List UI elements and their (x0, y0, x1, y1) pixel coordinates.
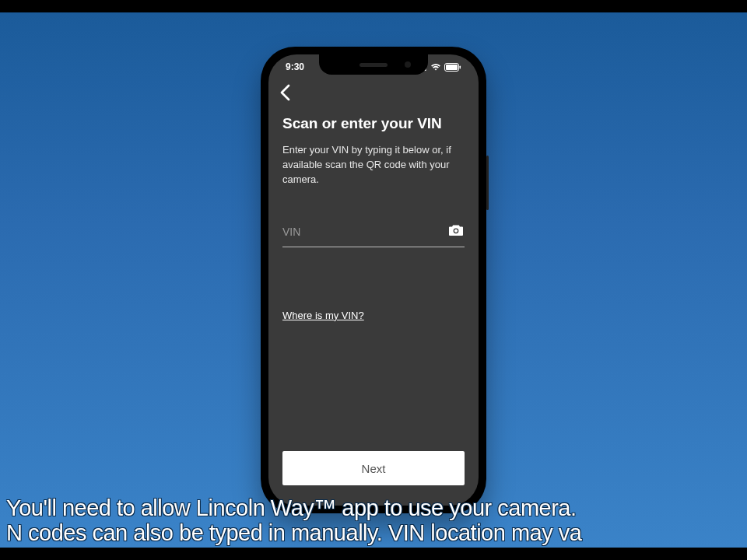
content-area: Scan or enter your VIN Enter your VIN by… (282, 115, 465, 492)
back-button[interactable] (279, 84, 292, 104)
status-time: 9:30 (286, 61, 304, 72)
wifi-icon (430, 63, 441, 71)
vin-field (282, 223, 465, 247)
next-button[interactable]: Next (282, 451, 465, 485)
scan-camera-button[interactable] (447, 223, 465, 240)
svg-point-8 (454, 229, 458, 232)
caption-line-1: You'll need to allow Lincoln Way™ app to… (6, 496, 747, 521)
caption-line-2: N codes can also be typed in manually. V… (6, 521, 747, 546)
where-is-vin-link[interactable]: Where is my VIN? (282, 310, 364, 321)
page-description: Enter your VIN by typing it below or, if… (282, 143, 465, 187)
video-caption: You'll need to allow Lincoln Way™ app to… (6, 496, 747, 546)
letterbox-bottom (0, 548, 747, 560)
chevron-left-icon (279, 90, 292, 103)
page-title: Scan or enter your VIN (282, 115, 465, 132)
phone-notch (319, 54, 428, 75)
camera-icon (448, 224, 464, 240)
battery-icon (444, 63, 461, 72)
phone-screen: 9:30 (268, 54, 479, 506)
phone-frame: 9:30 (261, 47, 486, 513)
svg-rect-6 (460, 65, 461, 68)
svg-rect-5 (446, 65, 458, 70)
vin-input[interactable] (282, 226, 447, 238)
letterbox-top (0, 0, 747, 12)
